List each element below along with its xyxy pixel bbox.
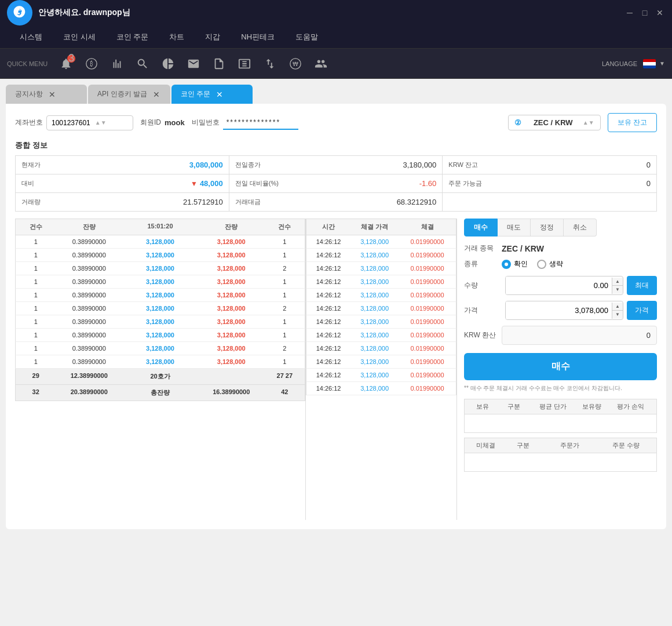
pending-header: 미체결 구분 주문가 주문 수량 [464,438,657,453]
maximize-button[interactable]: □ [640,8,650,18]
trade-history-section: 시간 체결 가격 체결 14:26:12 3,128,000 0.0199000… [306,219,456,520]
ob-row[interactable]: 1 0.38990000 3,128,000 3,128,000 1 [15,315,305,329]
nav-help[interactable]: 도움말 [285,26,328,49]
qty-up-button[interactable]: ▲ [612,278,623,286]
trade-history-row: 14:26:12 3,128,000 0.01990000 [306,382,456,395]
tab-notices-close[interactable]: ✕ [48,90,57,99]
nav-coin-price[interactable]: 코인 시세 [53,26,106,49]
buy-tab[interactable]: 매수 [464,219,498,236]
ob-row[interactable]: 1 0.38990000 3,128,000 3,128,000 1 [15,329,305,342]
transfer-icon [264,57,276,70]
ob-footer1-empty [196,372,267,381]
price-input[interactable] [506,301,612,319]
pending-body [464,453,657,472]
secret-input[interactable]: ************** [223,116,298,130]
price-up-button[interactable]: ▲ [612,303,623,311]
krw-balance-label: KRW 잔고 [448,161,478,169]
coin-icon: ₿ [85,57,98,70]
account-input[interactable]: 1001237601 ▲▼ [46,115,133,130]
price-stepper: ▲ ▼ [612,303,623,319]
language-label: LANGUAGE [602,60,637,67]
th-header-2: 체결 [401,223,454,231]
notification-icon[interactable]: 3 [54,52,78,75]
trade-type-row: 거래 종목 ZEC / KRW [464,243,657,253]
sell-tab[interactable]: 매도 [498,219,531,236]
qty-input[interactable] [506,276,612,294]
tab-order-close[interactable]: ✕ [215,90,224,99]
ob-row[interactable]: 1 0.38990000 3,128,000 3,128,000 2 [15,342,305,355]
omit-label: 생략 [549,259,563,269]
trade-history-row: 14:26:12 3,128,000 0.01990000 [306,342,456,355]
tab-api-close[interactable]: ✕ [152,90,161,99]
krw-value: 0 [502,326,657,345]
holdings-h3: 보유량 [576,402,607,411]
close-button[interactable]: ✕ [655,8,665,18]
order-possible-label: 주문 가능금 [448,179,482,188]
confirm-radio[interactable]: 확인 [502,259,528,269]
nav-coin-order[interactable]: 코인 주문 [106,26,159,49]
search-chart-icon[interactable] [131,52,154,75]
trade-history-row: 14:26:12 3,128,000 0.01990000 [306,369,456,382]
pie-chart-icon[interactable] [156,52,180,75]
ob-header-2: 15:01:20 [125,223,196,231]
language-selector[interactable]: LANGUAGE ▼ [602,59,665,68]
ob-row[interactable]: 1 0.38990000 3,128,000 3,128,000 1 [15,275,305,289]
price-down-button[interactable]: ▼ [612,311,623,319]
ob-row[interactable]: 1 0.38990000 3,128,000 3,128,000 1 [15,289,305,302]
nav-wallet[interactable]: 지갑 [195,26,231,49]
trade-history-header: 시간 체결 가격 체결 [306,219,456,235]
prev-ratio-value: -1.60 [419,179,437,188]
trade-history-row: 14:26:12 3,128,000 0.01990000 [306,275,456,289]
qty-down-button[interactable]: ▼ [612,286,623,294]
ob-row[interactable]: 1 0.38990000 3,128,000 3,128,000 2 [15,302,305,315]
radio-group: 확인 생략 [502,259,563,269]
qty-stepper: ▲ ▼ [612,278,623,294]
tab-bar: 공지사항 ✕ API 인증키 발급 ✕ 코인 주문 ✕ [6,85,666,104]
tab-notices[interactable]: 공지사항 ✕ [6,85,87,104]
inbox-icon[interactable] [182,52,205,75]
cancel-tab[interactable]: 취소 [564,219,597,236]
exchange-icon[interactable] [258,52,282,75]
svg-text:₿: ₿ [90,60,93,67]
nav-chart[interactable]: 차트 [159,26,195,49]
ob-row[interactable]: 1 0.38990000 3,128,000 3,128,000 1 [15,249,305,262]
buy-button[interactable]: 매수 [464,353,657,380]
minimize-button[interactable]: ─ [624,8,635,18]
chart-bar-icon[interactable] [105,52,129,75]
svg-text:₩: ₩ [293,60,298,67]
down-arrow-icon: ▼ [191,180,198,188]
monitor-icon[interactable] [233,52,256,75]
member-label: 회원ID [140,118,161,128]
coin-pair-value: ZEC / KRW [534,118,573,127]
document2-icon[interactable] [207,52,231,75]
ob-row[interactable]: 1 0.38990000 3,128,000 3,128,000 1 [15,235,305,249]
file-icon [213,57,225,70]
balance-button[interactable]: 보유 잔고 [608,113,657,132]
tab-api-key[interactable]: API 인증키 발급 ✕ [88,85,170,104]
tab-coin-order[interactable]: 코인 주문 ✕ [171,85,253,104]
ob-footer1-label: 20호가 [125,372,196,381]
won-icon[interactable]: ₩ [284,52,307,75]
correct-tab[interactable]: 정정 [531,219,564,236]
ob-row[interactable]: 1 0.38990000 3,128,000 3,128,000 1 [15,355,305,369]
quickmenu: QUICK MENU 3 ₿ ₩ LANGUAGE [0,49,672,79]
titlebar: 안녕하세요. drawnpop님 ─ □ ✕ [0,0,672,26]
trade-amount-cell: 거래대금 68.3212910 [229,193,443,211]
nav-system[interactable]: 시스템 [9,26,53,49]
trade-history-row: 14:26:12 3,128,000 0.01990000 [306,315,456,329]
max-button[interactable]: 최대 [627,276,657,295]
qty-label: 수량 [464,281,502,290]
bitcoin-quick-icon[interactable]: ₿ [80,52,103,75]
trade-amount-value: 68.3212910 [397,198,437,206]
omit-radio[interactable]: 생략 [537,259,563,269]
document-icon [187,57,200,70]
main-panel: 계좌번호 1001237601 ▲▼ 회원ID mook 비밀번호 ******… [6,104,666,529]
trade-history-row: 14:26:12 3,128,000 0.01990000 [306,329,456,342]
nav-nh-fintech[interactable]: NH핀테크 [231,26,285,49]
pending-h2: 주문가 [542,441,598,450]
type-row: 종류 확인 생략 [464,259,657,269]
coin-pair-selector[interactable]: ② ZEC / KRW ▲▼ [508,115,601,130]
ob-row[interactable]: 1 0.38990000 3,128,000 3,128,000 2 [15,262,305,275]
people-icon[interactable] [309,52,333,75]
price-button[interactable]: 가격 [627,301,657,320]
